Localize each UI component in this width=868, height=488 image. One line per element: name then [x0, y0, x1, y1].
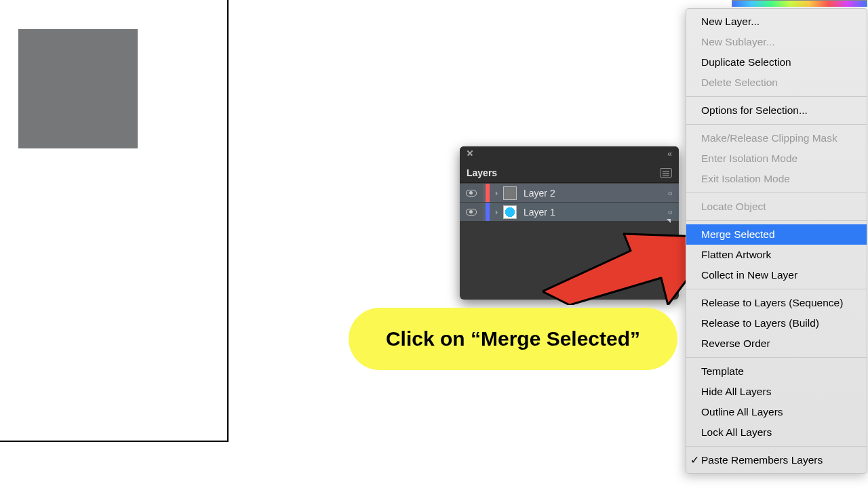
- menu-item[interactable]: Collect in New Layer: [686, 265, 867, 285]
- menu-separator: [686, 220, 867, 221]
- menu-item[interactable]: Flatten Artwork: [686, 245, 867, 265]
- canvas-gray-square: [18, 29, 138, 148]
- panel-header: Layers: [460, 163, 679, 183]
- eye-icon: [466, 209, 477, 216]
- layer-thumbnail: [503, 205, 517, 219]
- menu-item[interactable]: Duplicate Selection: [686, 52, 867, 73]
- layer-color-strip: [486, 203, 490, 221]
- chevron-right-icon[interactable]: ›: [495, 207, 498, 217]
- menu-item: New Sublayer...: [686, 32, 867, 52]
- layer-row[interactable]: › Layer 1 ○: [460, 202, 679, 221]
- color-spectrum-strip: [732, 0, 867, 7]
- menu-item: Enter Isolation Mode: [686, 148, 867, 169]
- visibility-toggle[interactable]: [460, 184, 483, 202]
- menu-separator: [686, 192, 867, 193]
- layer-row[interactable]: › Layer 2 ○: [460, 183, 679, 202]
- eye-icon: [466, 190, 477, 197]
- selection-marker-icon: [667, 219, 671, 223]
- layer-thumbnail: [503, 186, 517, 200]
- menu-item[interactable]: Paste Remembers Layers: [686, 450, 867, 470]
- menu-item[interactable]: Options for Selection...: [686, 100, 867, 121]
- menu-item[interactable]: Reverse Order: [686, 333, 867, 354]
- menu-item[interactable]: Template: [686, 361, 867, 382]
- menu-item[interactable]: New Layer...: [686, 12, 867, 32]
- menu-item[interactable]: Release to Layers (Sequence): [686, 293, 867, 313]
- target-icon[interactable]: ○: [661, 203, 679, 221]
- menu-separator: [686, 289, 867, 289]
- collapse-icon[interactable]: «: [667, 149, 672, 159]
- panel-menu-icon[interactable]: [660, 168, 672, 178]
- visibility-toggle[interactable]: [460, 203, 483, 221]
- instruction-text: Click on “Merge Selected”: [386, 327, 640, 350]
- menu-item: Make/Release Clipping Mask: [686, 128, 867, 148]
- layer-list: › Layer 2 ○ › Layer 1 ○: [460, 183, 679, 221]
- menu-separator: [686, 124, 867, 125]
- menu-item[interactable]: Merge Selected: [686, 224, 867, 245]
- menu-item[interactable]: Release to Layers (Build): [686, 313, 867, 333]
- menu-item[interactable]: Hide All Layers: [686, 382, 867, 402]
- menu-item[interactable]: Lock All Layers: [686, 422, 867, 443]
- menu-item: Locate Object: [686, 197, 867, 217]
- menu-item: Exit Isolation Mode: [686, 169, 867, 189]
- layers-panel: « Layers › Layer 2 ○ › Layer 1 ○: [460, 146, 679, 300]
- menu-separator: [686, 96, 867, 97]
- layer-name: Layer 1: [524, 207, 661, 218]
- panel-title: Layers: [467, 167, 497, 178]
- layers-flyout-menu: New Layer...New Sublayer...Duplicate Sel…: [686, 8, 867, 474]
- chevron-right-icon[interactable]: ›: [495, 188, 498, 198]
- menu-item[interactable]: Outline All Layers: [686, 402, 867, 422]
- panel-titlebar[interactable]: «: [460, 146, 679, 163]
- instruction-callout: Click on “Merge Selected”: [349, 308, 677, 370]
- close-icon[interactable]: [467, 150, 473, 157]
- menu-item: Delete Selection: [686, 73, 867, 93]
- menu-separator: [686, 357, 867, 358]
- layer-name: Layer 2: [524, 188, 661, 199]
- menu-separator: [686, 446, 867, 447]
- layer-color-strip: [486, 184, 490, 202]
- target-icon[interactable]: ○: [661, 184, 679, 202]
